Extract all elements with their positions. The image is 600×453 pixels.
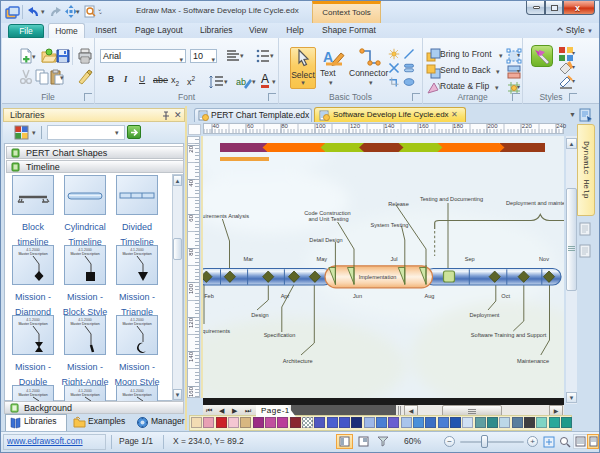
svg-text:Architecture: Architecture bbox=[283, 358, 313, 364]
svg-text:May: May bbox=[317, 256, 328, 262]
svg-text:Testing and Documenting: Testing and Documenting bbox=[420, 196, 483, 202]
svg-text:Apr: Apr bbox=[281, 293, 290, 299]
svg-text:Master Description: Master Description bbox=[70, 322, 99, 326]
svg-text:Master Description: Master Description bbox=[18, 322, 47, 326]
svg-text:Software Training and Support: Software Training and Support bbox=[471, 332, 547, 338]
svg-text:Master Description: Master Description bbox=[122, 252, 151, 256]
svg-text:and Unit Testing: and Unit Testing bbox=[308, 216, 348, 222]
svg-text:Master Description: Master Description bbox=[70, 393, 99, 397]
svg-text:Jun: Jun bbox=[353, 293, 362, 299]
svg-text:Requirements: Requirements bbox=[203, 328, 230, 334]
svg-text:Aug: Aug bbox=[425, 293, 435, 299]
svg-text:Deployment and maintenance: Deployment and maintenance bbox=[506, 200, 564, 206]
svg-text:Feb: Feb bbox=[204, 293, 214, 299]
svg-text:Master Description: Master Description bbox=[18, 252, 47, 256]
svg-text:Master Description: Master Description bbox=[122, 322, 151, 326]
svg-text:ab: ab bbox=[236, 77, 246, 87]
svg-text:Mar: Mar bbox=[243, 256, 253, 262]
svg-text:Maintenance: Maintenance bbox=[517, 358, 549, 364]
svg-text:Detail Design: Detail Design bbox=[309, 237, 342, 243]
svg-text:Design: Design bbox=[251, 312, 268, 318]
svg-text:Specification: Specification bbox=[264, 332, 296, 338]
svg-text:Master Description: Master Description bbox=[70, 252, 99, 256]
svg-text:Code Construction: Code Construction bbox=[304, 210, 350, 216]
svg-text:System Testing: System Testing bbox=[371, 222, 409, 228]
svg-text:Release: Release bbox=[388, 201, 409, 207]
svg-text:Implementation: Implementation bbox=[359, 274, 397, 280]
svg-text:Master Description: Master Description bbox=[122, 393, 151, 397]
svg-text:Master Description: Master Description bbox=[18, 393, 47, 397]
svg-text:Jul: Jul bbox=[390, 256, 397, 262]
svg-text:Nov: Nov bbox=[539, 256, 549, 262]
svg-text:Sep: Sep bbox=[465, 256, 475, 262]
svg-text:Requirements Analysis: Requirements Analysis bbox=[203, 213, 249, 219]
svg-text:Deployment: Deployment bbox=[470, 312, 500, 318]
svg-text:Oct: Oct bbox=[501, 293, 510, 299]
